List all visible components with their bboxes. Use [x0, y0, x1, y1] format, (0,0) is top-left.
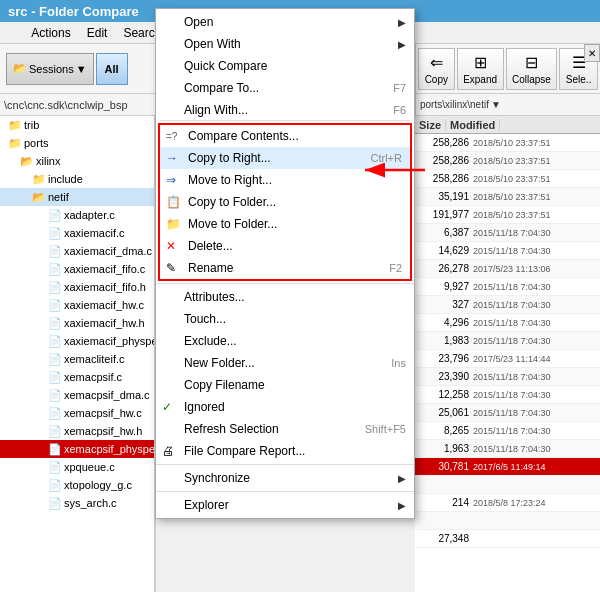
ctx-sep1 — [156, 283, 414, 284]
menu-file[interactable] — [4, 24, 23, 42]
file-row[interactable]: 258,2862018/5/10 23:37:51 — [415, 170, 600, 188]
ctx-copy-to-folder[interactable]: 📋 Copy to Folder... — [160, 191, 410, 213]
menu-actions[interactable]: Actions — [23, 24, 78, 42]
file-row[interactable]: 191,9772018/5/10 23:37:51 — [415, 206, 600, 224]
tree-item-xilinx[interactable]: 📂 xilinx — [0, 152, 154, 170]
file-row[interactable]: 258,2862018/5/10 23:37:51 — [415, 134, 600, 152]
ctx-touch[interactable]: Touch... — [156, 308, 414, 330]
tree-item-xemacpsif-hw-c[interactable]: 📄 xemacpsif_hw.c — [0, 404, 154, 422]
file-row[interactable]: 8,2652015/11/18 7:04:30 — [415, 422, 600, 440]
file-row[interactable]: 12,2582015/11/18 7:04:30 — [415, 386, 600, 404]
collapse-icon: ⊟ — [525, 53, 538, 72]
ctx-rename[interactable]: ✎ Rename F2 — [160, 257, 410, 279]
file-row[interactable]: 3272015/11/18 7:04:30 — [415, 296, 600, 314]
file-row[interactable]: 35,1912018/5/10 23:37:51 — [415, 188, 600, 206]
copy-label: Copy — [425, 74, 448, 85]
tree-item-label: include — [48, 173, 83, 185]
tree-item-label: ports — [24, 137, 48, 149]
file-row[interactable]: 25,0612015/11/18 7:04:30 — [415, 404, 600, 422]
tree-item-label: xemacpsif_physpe.. — [64, 443, 155, 455]
file-row[interactable]: 26,2782017/5/23 11:13:06 — [415, 260, 600, 278]
dropdown-icon[interactable]: ▼ — [491, 99, 501, 110]
tree-item-netif[interactable]: 📂 netif — [0, 188, 154, 206]
tree-item-xtopology[interactable]: 📄 xtopology_g.c — [0, 476, 154, 494]
collapse-button[interactable]: ⊟ Collapse — [506, 48, 558, 90]
ctx-file-compare-report[interactable]: 🖨 File Compare Report... — [156, 440, 414, 462]
ctx-refresh-selection[interactable]: Refresh Selection Shift+F5 — [156, 418, 414, 440]
ctx-exclude[interactable]: Exclude... — [156, 330, 414, 352]
tree-item-xaxiemacif-fifo-c[interactable]: 📄 xaxiemacif_fifo.c — [0, 260, 154, 278]
tree-item-xadapter[interactable]: 📄 xadapter.c — [0, 206, 154, 224]
ctx-copy-filename[interactable]: Copy Filename — [156, 374, 414, 396]
tree-item-ports[interactable]: 📁 ports — [0, 134, 154, 152]
check-icon: ✓ — [162, 400, 172, 414]
ctx-explorer[interactable]: Explorer ▶ — [156, 494, 414, 516]
sessions-button[interactable]: 📂 Sessions ▼ — [6, 53, 94, 85]
file-row[interactable]: 23,3902015/11/18 7:04:30 — [415, 368, 600, 386]
copy-folder-icon: 📋 — [166, 195, 181, 209]
file-row[interactable]: 2142018/5/8 17:23:24 — [415, 494, 600, 512]
tree-item-label: trib — [24, 119, 39, 131]
tree-item-xemacpsif-dma[interactable]: 📄 xemacpsif_dma.c — [0, 386, 154, 404]
ctx-new-folder[interactable]: New Folder... Ins — [156, 352, 414, 374]
file-row[interactable]: 258,2862018/5/10 23:37:51 — [415, 152, 600, 170]
file-row[interactable]: 9,9272015/11/18 7:04:30 — [415, 278, 600, 296]
ctx-synchronize[interactable]: Synchronize ▶ — [156, 467, 414, 489]
tree-item-xemacpsif[interactable]: 📄 xemacpsif.c — [0, 368, 154, 386]
file-row-highlighted[interactable]: 30,7812017/6/5 11:49:14 — [415, 458, 600, 476]
tree-item-label: sys_arch.c — [64, 497, 117, 509]
tree-item-label: xaxiemacif.c — [64, 227, 125, 239]
expand-button[interactable]: ⊞ Expand — [457, 48, 504, 90]
tree-item-xaxiemacif-phys[interactable]: 📄 xaxiemacif_physpe.. — [0, 332, 154, 350]
menu-edit[interactable]: Edit — [79, 24, 116, 42]
tree-item-xaxiemacif-dma[interactable]: 📄 xaxiemacif_dma.c — [0, 242, 154, 260]
ctx-open[interactable]: Open ▶ — [156, 11, 414, 33]
file-row[interactable] — [415, 512, 600, 530]
delete-icon: ✕ — [166, 239, 176, 253]
ctx-open-with[interactable]: Open With ▶ — [156, 33, 414, 55]
tree-item-xaxiemacif-hw-h[interactable]: 📄 xaxiemacif_hw.h — [0, 314, 154, 332]
right-panel-close[interactable]: ✕ — [584, 44, 600, 62]
ctx-attributes[interactable]: Attributes... — [156, 286, 414, 308]
tree-item-label: xaxiemacif_hw.h — [64, 317, 145, 329]
tree-item-xemacpsif-phys[interactable]: 📄 xemacpsif_physpe.. — [0, 440, 154, 458]
printer-icon: 🖨 — [162, 444, 174, 458]
tree-item-label: xemacpsif_dma.c — [64, 389, 150, 401]
tree-item-xpqueue[interactable]: 📄 xpqueue.c — [0, 458, 154, 476]
file-row[interactable]: 1,9832015/11/18 7:04:30 — [415, 332, 600, 350]
ctx-compare-contents[interactable]: =? Compare Contents... — [160, 125, 410, 147]
tree-item-label: xaxiemacif_hw.c — [64, 299, 144, 311]
copy-button[interactable]: ⇐ Copy — [418, 48, 455, 90]
tree-item-xaxiemacif-hw-c[interactable]: 📄 xaxiemacif_hw.c — [0, 296, 154, 314]
ctx-ignored[interactable]: ✓ Ignored — [156, 396, 414, 418]
tree-item-xaxiemacif[interactable]: 📄 xaxiemacif.c — [0, 224, 154, 242]
ctx-align-with[interactable]: Align With... F6 — [156, 99, 414, 121]
ctx-move-to-folder[interactable]: 📁 Move to Folder... — [160, 213, 410, 235]
tree-item-sysarch[interactable]: 📄 sys_arch.c — [0, 494, 154, 512]
file-row[interactable]: 23,7962017/5/23 11:14:44 — [415, 350, 600, 368]
tree-item-label: xadapter.c — [64, 209, 115, 221]
ctx-compare-to[interactable]: Compare To... F7 — [156, 77, 414, 99]
tree-item-xemacpsif-hw-h[interactable]: 📄 xemacpsif_hw.h — [0, 422, 154, 440]
ctx-sep3 — [156, 491, 414, 492]
all-button[interactable]: All — [96, 53, 128, 85]
file-row[interactable]: 27,348 — [415, 530, 600, 548]
ctx-copy-to-right[interactable]: → Copy to Right... Ctrl+R — [160, 147, 410, 169]
tree-item-xaxiemacif-fifo-h[interactable]: 📄 xaxiemacif_fifo.h — [0, 278, 154, 296]
file-row[interactable]: 1,9632015/11/18 7:04:30 — [415, 440, 600, 458]
ctx-move-to-right[interactable]: ⇒ Move to Right... — [160, 169, 410, 191]
file-row[interactable]: 14,6292015/11/18 7:04:30 — [415, 242, 600, 260]
tree-item-include[interactable]: 📁 include — [0, 170, 154, 188]
file-row[interactable]: 4,2962015/11/18 7:04:30 — [415, 314, 600, 332]
tree-item-contrib[interactable]: 📁 trib — [0, 116, 154, 134]
folder-icon: 📂 — [13, 62, 27, 75]
tree-item-label: xpqueue.c — [64, 461, 115, 473]
ctx-quick-compare[interactable]: Quick Compare — [156, 55, 414, 77]
panel-divider — [415, 44, 416, 88]
file-row[interactable]: 6,3872015/11/18 7:04:30 — [415, 224, 600, 242]
ctx-delete[interactable]: ✕ Delete... — [160, 235, 410, 257]
tree-item-label: xaxiemacif_dma.c — [64, 245, 152, 257]
file-row[interactable] — [415, 476, 600, 494]
red-border-group: =? Compare Contents... → Copy to Right..… — [158, 123, 412, 281]
tree-item-xemacliteif[interactable]: 📄 xemacliteif.c — [0, 350, 154, 368]
